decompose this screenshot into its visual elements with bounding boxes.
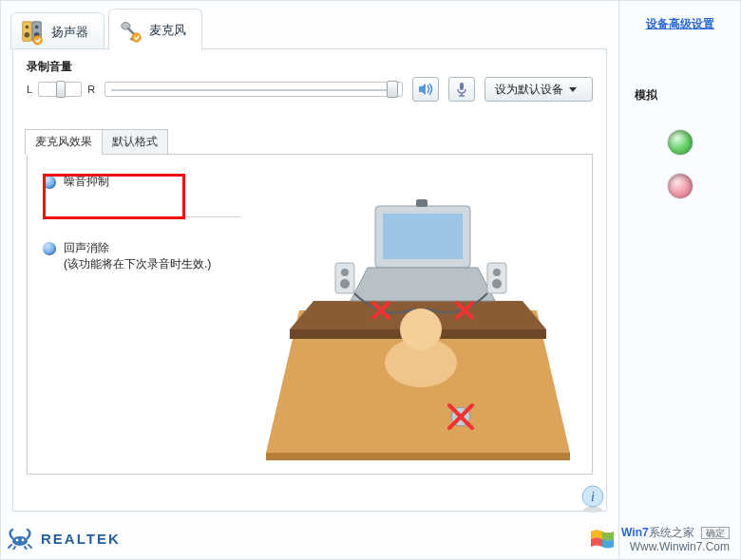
svg-rect-0 <box>23 21 31 41</box>
chevron-down-icon <box>569 87 577 92</box>
radio-icon <box>43 176 56 189</box>
svg-text:i: i <box>591 490 595 504</box>
side-section-title: 模拟 <box>619 87 740 103</box>
balance-slider[interactable]: L R <box>27 82 95 97</box>
svg-point-23 <box>492 279 502 289</box>
echo-cancel-label: 回声消除 (该功能将在下次录音时生效.) <box>64 240 211 272</box>
speaker-icon <box>19 19 46 46</box>
scene-illustration <box>261 168 575 462</box>
svg-point-22 <box>493 269 501 276</box>
brand-text: REALTEK <box>41 531 121 547</box>
svg-rect-9 <box>460 83 464 90</box>
app-window: 扬声器 麦克风 录制音量 <box>0 0 741 560</box>
realtek-crab-icon <box>7 527 33 550</box>
mic-boost-icon <box>453 81 470 98</box>
jack-green[interactable] <box>668 130 693 155</box>
set-default-device-dropdown[interactable]: 设为默认设备 <box>484 77 593 102</box>
svg-rect-21 <box>487 263 506 293</box>
sub-tabs: 麦克风效果 默认格式 <box>25 128 593 154</box>
svg-point-33 <box>583 507 602 513</box>
volume-section: 录制音量 L R <box>27 59 593 102</box>
jack-pink[interactable] <box>668 174 693 198</box>
option-noise-suppression[interactable]: 噪音抑制 <box>37 170 246 194</box>
device-panel: 录制音量 L R <box>12 48 607 512</box>
svg-rect-15 <box>383 214 463 259</box>
tab-speaker-label: 扬声器 <box>51 24 88 41</box>
svg-rect-17 <box>416 199 428 207</box>
separator <box>43 216 240 217</box>
svg-point-6 <box>33 35 42 44</box>
svg-point-36 <box>12 536 28 546</box>
tab-microphone[interactable]: 麦克风 <box>108 9 202 50</box>
svg-point-2 <box>26 25 29 28</box>
microphone-icon <box>117 17 143 44</box>
speaker-wave-icon <box>417 81 434 98</box>
mic-boost-button[interactable] <box>448 77 475 102</box>
mute-button[interactable] <box>412 77 439 102</box>
option-echo-cancel[interactable]: 回声消除 (该功能将在下次录音时生效.) <box>37 236 246 276</box>
balance-right-label: R <box>87 84 95 95</box>
mic-effects-body: 噪音抑制 回声消除 (该功能将在下次录音时生效.) <box>27 154 593 475</box>
svg-point-3 <box>25 32 30 38</box>
side-panel: 设备高级设置 模拟 <box>618 1 740 559</box>
svg-point-29 <box>400 308 442 350</box>
brand-logo: REALTEK <box>7 527 121 550</box>
svg-point-19 <box>341 269 349 276</box>
svg-point-37 <box>16 539 19 542</box>
subtab-default-format[interactable]: 默认格式 <box>103 129 168 155</box>
info-button[interactable]: i <box>580 483 605 513</box>
svg-point-38 <box>22 539 25 542</box>
svg-marker-16 <box>351 268 495 301</box>
tab-microphone-label: 麦克风 <box>149 22 186 39</box>
balance-left-label: L <box>27 84 32 95</box>
radio-icon <box>43 242 56 255</box>
svg-point-20 <box>340 279 350 289</box>
noise-suppression-label: 噪音抑制 <box>64 174 109 190</box>
main-panel: 扬声器 麦克风 录制音量 <box>1 1 618 559</box>
info-icon: i <box>580 483 605 513</box>
device-tabs: 扬声器 麦克风 <box>1 1 618 50</box>
subtab-mic-effects[interactable]: 麦克风效果 <box>25 129 103 155</box>
tab-speaker[interactable]: 扬声器 <box>10 12 104 50</box>
svg-point-8 <box>132 32 141 41</box>
advanced-settings-link[interactable]: 设备高级设置 <box>646 16 714 32</box>
record-volume-slider[interactable] <box>104 82 403 97</box>
effects-options: 噪音抑制 回声消除 (该功能将在下次录音时生效.) <box>37 170 246 299</box>
svg-marker-11 <box>266 453 570 460</box>
volume-controls: L R <box>27 77 593 102</box>
volume-title: 录制音量 <box>27 59 593 75</box>
svg-rect-18 <box>335 263 354 293</box>
svg-point-4 <box>35 25 39 28</box>
set-default-label: 设为默认设备 <box>495 82 563 98</box>
